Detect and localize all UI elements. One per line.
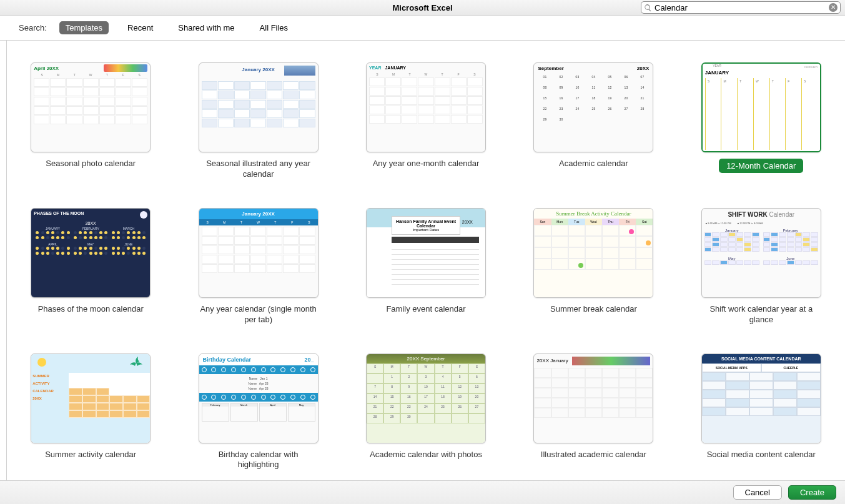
create-button[interactable]: Create — [788, 485, 836, 500]
template-thumbnail: 20XX September SMTWTFS123456789101112131… — [366, 353, 486, 443]
template-name: Seasonal photo calendar — [28, 159, 153, 169]
template-thumbnail: YEARJANUARY SMTWTFS — [366, 62, 486, 152]
filter-bar: Search: Templates Recent Shared with me … — [0, 16, 845, 41]
template-name: Summer activity calendar — [28, 450, 153, 460]
template-thumbnail: SOCIAL MEDIA CONTENT CALENDAR SOCIAL MED… — [701, 353, 821, 443]
filter-tab-allfiles[interactable]: All Files — [254, 21, 295, 34]
search-label: Search: — [19, 23, 47, 32]
template-item-birthday[interactable]: Birthday Calendar20_ Name Jan 1Name Apr … — [196, 353, 321, 471]
template-name: Seasonal illustrated any year calendar — [196, 159, 321, 180]
template-item-any-year-single[interactable]: January 20XX SMTWTFS Any year calendar (… — [196, 208, 321, 325]
filter-tab-shared[interactable]: Shared with me — [172, 21, 240, 34]
app-title: Microsoft Excel — [392, 3, 452, 12]
template-name: Summer break calendar — [531, 304, 656, 315]
template-thumbnail: YEAR JANUARY FEBRUARY — [701, 62, 821, 152]
search-icon — [644, 4, 652, 12]
template-gallery: April 20XX SMTWTFS Seasonal photo calend… — [6, 41, 845, 480]
template-thumbnail: January 20XX — [199, 62, 319, 152]
template-thumbnail: Summer Break Activity Calendar SunMonTue… — [533, 208, 653, 298]
search-field[interactable]: ✕ — [641, 1, 841, 14]
template-name: Illustrated academic calendar — [531, 450, 656, 460]
template-item-academic[interactable]: September20XX 01020304050607080910111213… — [531, 62, 656, 180]
template-name: Any year one-month calendar — [363, 159, 488, 169]
template-name: Any year calendar (single month per tab) — [196, 304, 321, 325]
clear-search-icon[interactable]: ✕ — [829, 3, 838, 12]
template-name: Phases of the moon calendar — [28, 304, 153, 315]
template-thumbnail: SUMMER ACTIVITY CALENDAR 20XX — [31, 353, 151, 443]
template-item-moon[interactable]: PHASES OF THE MOON 20XX JANUARY FEBRUARY… — [28, 208, 153, 325]
filter-tab-recent[interactable]: Recent — [121, 21, 159, 34]
template-item-academic-photos[interactable]: 20XX September SMTWTFS123456789101112131… — [363, 353, 488, 471]
template-item-summer-break[interactable]: Summer Break Activity Calendar SunMonTue… — [531, 208, 656, 325]
template-item-summer-activity[interactable]: SUMMER ACTIVITY CALENDAR 20XX Summer act… — [28, 353, 153, 471]
template-item-any-year-one-month[interactable]: YEARJANUARY SMTWTFS Any year one-month c… — [363, 62, 488, 180]
template-name: 12-Month Calendar — [724, 161, 798, 170]
template-item-seasonal-illustrated[interactable]: January 20XX Seasonal illustrated any ye… — [196, 62, 321, 180]
template-name: Birthday calendar with highlighting — [196, 450, 321, 471]
template-name: Academic calendar — [531, 159, 656, 169]
template-thumbnail: SHIFT WORK Calendar ■ 8:00 AM to 12:00 P… — [701, 208, 821, 298]
template-item-shift-work[interactable]: SHIFT WORK Calendar ■ 8:00 AM to 12:00 P… — [699, 208, 824, 325]
template-thumbnail: PHASES OF THE MOON 20XX JANUARY FEBRUARY… — [31, 208, 151, 298]
template-item-seasonal-photo[interactable]: April 20XX SMTWTFS Seasonal photo calend… — [28, 62, 153, 180]
template-thumbnail: January 20XX SMTWTFS — [199, 208, 319, 298]
template-thumbnail: 20XX January — [533, 353, 653, 443]
template-name: Academic calendar with photos — [363, 450, 488, 460]
title-bar: Microsoft Excel ✕ — [0, 0, 845, 16]
search-input[interactable] — [655, 3, 829, 12]
cancel-button[interactable]: Cancel — [733, 485, 782, 500]
template-thumbnail: Hanson Family Annual Event CalendarImpor… — [366, 208, 486, 298]
template-item-12-month[interactable]: YEAR JANUARY FEBRUARY 12-Month Calendar — [699, 62, 824, 180]
template-thumbnail: Birthday Calendar20_ Name Jan 1Name Apr … — [199, 353, 319, 443]
template-item-illustrated-academic[interactable]: 20XX January Illustrated academic calend… — [531, 353, 656, 471]
template-name: Social media content calendar — [699, 450, 824, 460]
template-name: Family event calendar — [363, 304, 488, 315]
footer-bar: Cancel Create — [0, 480, 845, 504]
template-item-family-event[interactable]: Hanson Family Annual Event CalendarImpor… — [363, 208, 488, 325]
template-name: Shift work calendar year at a glance — [699, 304, 824, 325]
filter-tab-templates[interactable]: Templates — [59, 21, 109, 34]
template-thumbnail: September20XX 01020304050607080910111213… — [533, 62, 653, 152]
template-thumbnail: April 20XX SMTWTFS — [31, 62, 151, 152]
template-item-social-media[interactable]: SOCIAL MEDIA CONTENT CALENDAR SOCIAL MED… — [699, 353, 824, 471]
